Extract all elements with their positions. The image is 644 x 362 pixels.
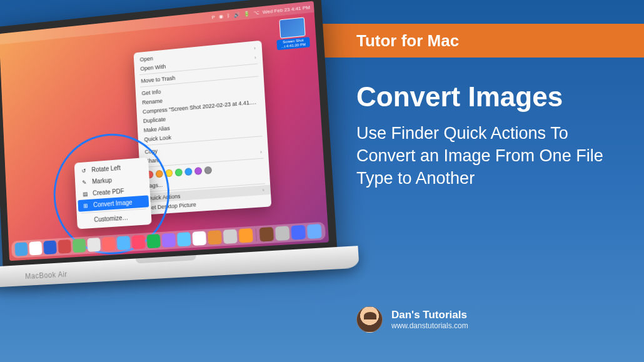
qa-label: Customize… bbox=[94, 214, 128, 223]
chevron-right-icon: › bbox=[254, 55, 256, 61]
tag-dot[interactable] bbox=[156, 170, 163, 178]
ctx-item-label: Duplicate bbox=[143, 116, 166, 124]
wifi-icon[interactable]: ◉ bbox=[218, 13, 223, 19]
dock-app-icon[interactable] bbox=[307, 224, 322, 239]
file-label: Screen Shot ...t 4:41:20 PM bbox=[276, 37, 310, 50]
quick-actions-submenu: ↺Rotate Left✎Markup▤Create PDF⊞Convert I… bbox=[74, 158, 152, 229]
chevron-right-icon: › bbox=[254, 46, 256, 51]
file-thumbnail bbox=[279, 17, 305, 38]
ctx-item-label: Quick Look bbox=[144, 134, 171, 142]
qa-label: Create PDF bbox=[93, 188, 124, 196]
qa-icon: ⊞ bbox=[82, 202, 89, 209]
dock-app-icon[interactable] bbox=[131, 235, 145, 249]
dock-app-icon[interactable] bbox=[73, 239, 86, 253]
ctx-item-label: Copy bbox=[144, 148, 158, 154]
title-area: Convert Images Use Finder Quick Actions … bbox=[356, 81, 619, 190]
dock-app-icon[interactable] bbox=[275, 226, 290, 241]
control-center-icon[interactable]: ⌥ bbox=[253, 9, 259, 16]
dock-app-icon[interactable] bbox=[14, 242, 28, 256]
tag-dot[interactable] bbox=[184, 168, 192, 176]
ctx-open[interactable]: Open › bbox=[134, 43, 263, 65]
ctx-item-label: Make Alias bbox=[143, 125, 169, 133]
dock-app-icon[interactable] bbox=[177, 232, 191, 246]
dock-app-icon[interactable] bbox=[87, 238, 101, 252]
ctx-item-label: Open With bbox=[140, 63, 166, 72]
menubar-datetime[interactable]: Wed Feb 23 4:41 PM bbox=[263, 4, 311, 15]
dock-app-icon[interactable] bbox=[29, 241, 42, 256]
menubar[interactable]: P ◉ ᛒ 🔊 🔋 ⌥ Wed Feb 23 4:41 PM bbox=[0, 1, 314, 45]
ctx-item-label: Open bbox=[139, 55, 153, 63]
qa-icon: ▤ bbox=[81, 191, 89, 198]
headline-title: Convert Images bbox=[356, 81, 619, 113]
dock-app-icon[interactable] bbox=[259, 227, 274, 242]
dock-app-icon[interactable] bbox=[291, 225, 306, 240]
screen-frame: P ◉ ᛒ 🔊 🔋 ⌥ Wed Feb 23 4:41 PM Screen Sh… bbox=[0, 0, 338, 273]
banner-title: Tutor for Mac bbox=[356, 31, 459, 51]
dock-app-icon[interactable] bbox=[102, 237, 116, 251]
dock-app-icon[interactable] bbox=[117, 236, 131, 250]
dock-app-icon[interactable] bbox=[239, 228, 253, 243]
bluetooth-icon[interactable]: ᛒ bbox=[226, 13, 229, 18]
qa-label: Markup bbox=[92, 177, 112, 185]
desktop[interactable]: P ◉ ᛒ 🔊 🔋 ⌥ Wed Feb 23 4:41 PM Screen Sh… bbox=[0, 1, 329, 261]
file-name-line2: ...t 4:41:20 PM bbox=[278, 42, 309, 49]
tag-dot[interactable] bbox=[175, 168, 183, 176]
dock-app-icon[interactable] bbox=[146, 234, 160, 248]
chevron-right-icon: › bbox=[263, 187, 264, 193]
ctx-item-label: Move to Trash bbox=[141, 74, 175, 84]
dock-app-icon[interactable] bbox=[43, 240, 56, 254]
dock-app-icon[interactable] bbox=[208, 230, 222, 245]
battery-icon[interactable]: 🔋 bbox=[243, 11, 249, 17]
ctx-item-label: Get Info bbox=[141, 88, 161, 96]
chevron-right-icon: › bbox=[260, 149, 262, 155]
author-block: Dan's Tutorials www.danstutorials.com bbox=[356, 306, 468, 333]
laptop-brand: MacBook Air bbox=[25, 270, 68, 281]
author-url: www.danstutorials.com bbox=[391, 321, 468, 330]
dock-app-icon[interactable] bbox=[162, 233, 176, 248]
headline-subtitle: Use Finder Quick Actions To Convert an I… bbox=[356, 122, 619, 190]
menubar-icon[interactable]: P bbox=[211, 14, 215, 20]
file-name-line1: Screen Shot bbox=[278, 38, 308, 45]
qa-icon: ↺ bbox=[80, 167, 88, 174]
dock-app-icon[interactable] bbox=[223, 229, 238, 244]
qa-icon bbox=[83, 220, 90, 221]
tag-dot[interactable] bbox=[165, 169, 173, 178]
dock-app-icon[interactable] bbox=[192, 231, 206, 246]
ctx-item-label: Rename bbox=[142, 98, 163, 106]
tag-dot[interactable] bbox=[204, 166, 212, 174]
ctx-item-label: Set Desktop Picture bbox=[148, 201, 196, 211]
qa-label: Rotate Left bbox=[91, 164, 121, 173]
qa-label: Convert Image bbox=[93, 199, 133, 208]
ctx-item-label: Quick Actions bbox=[147, 193, 180, 201]
context-menu: Open › Open With › Move to Trash Get Inf… bbox=[134, 41, 272, 215]
tag-dot[interactable] bbox=[194, 167, 202, 175]
author-name: Dan's Tutorials bbox=[391, 309, 468, 321]
laptop: P ◉ ᛒ 🔊 🔋 ⌥ Wed Feb 23 4:41 PM Screen Sh… bbox=[0, 8, 350, 358]
volume-icon[interactable]: 🔊 bbox=[233, 11, 239, 18]
desktop-file[interactable]: Screen Shot ...t 4:41:20 PM bbox=[275, 17, 310, 50]
dock-app-icon[interactable] bbox=[58, 239, 72, 254]
qa-icon: ✎ bbox=[81, 179, 88, 186]
